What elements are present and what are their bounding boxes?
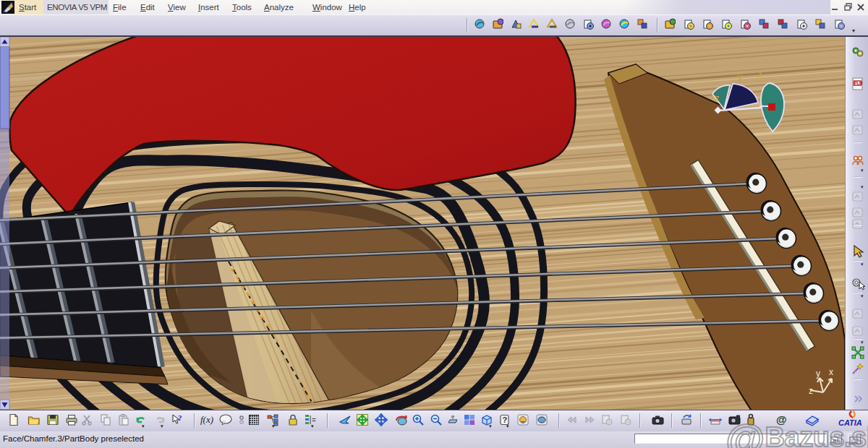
svg-text:x: x	[829, 367, 833, 377]
svg-text:x: x	[758, 68, 763, 79]
svg-text:PLM: PLM	[854, 81, 863, 85]
svg-text:z: z	[809, 386, 813, 396]
svg-text:,,: ,,	[223, 416, 226, 423]
svg-text:f(x): f(x)	[200, 414, 213, 425]
svg-text:?: ?	[178, 413, 182, 422]
svg-text:z: z	[715, 92, 720, 103]
svg-text:y: y	[738, 71, 743, 82]
svg-text:y: y	[816, 369, 820, 379]
